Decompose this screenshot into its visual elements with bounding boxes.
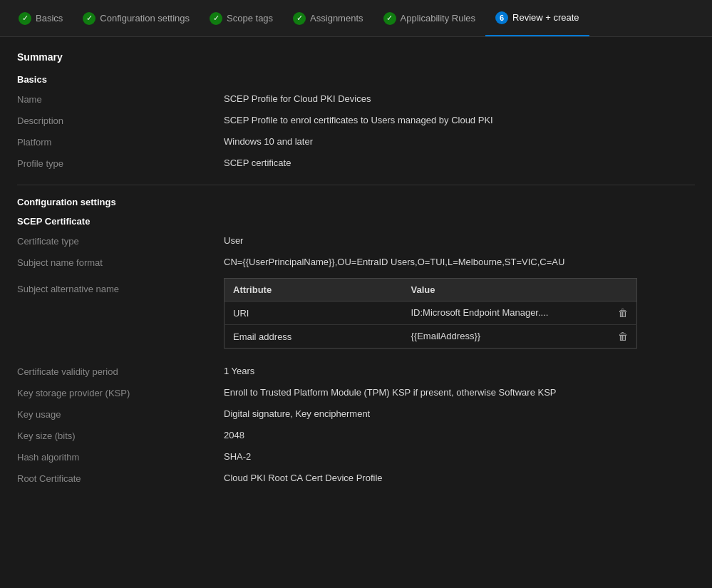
validity-row: Certificate validity period 1 Years xyxy=(17,366,695,381)
cert-type-value: User xyxy=(224,235,695,246)
san-col-value: Value xyxy=(403,279,637,301)
ksp-label: Key storage provider (KSP) xyxy=(17,387,224,398)
san-table-row: Email address {{EmailAddress}} 🗑 xyxy=(225,325,637,349)
name-value: SCEP Profile for Cloud PKI Devices xyxy=(224,93,695,104)
key-size-value: 2048 xyxy=(224,430,695,440)
san-table: Attribute Value URI ID:Microsoft Endpoin… xyxy=(224,278,637,349)
cert-type-label: Certificate type xyxy=(17,235,224,247)
hash-label: Hash algorithm xyxy=(17,451,224,463)
nav-step-review-label: Review + create xyxy=(512,12,579,23)
review-step-num: 6 xyxy=(495,11,508,24)
platform-label: Platform xyxy=(17,136,224,148)
profile-type-value: SCEP certificate xyxy=(224,158,695,168)
ksp-row: Key storage provider (KSP) Enroll to Tru… xyxy=(17,387,695,403)
nav-step-scope-label: Scope tags xyxy=(227,13,273,24)
nav-step-applicability[interactable]: ✓ Applicability Rules xyxy=(373,0,486,36)
san-delete-icon[interactable]: 🗑 xyxy=(618,307,628,319)
hash-value: SHA-2 xyxy=(224,451,695,462)
name-row: Name SCEP Profile for Cloud PKI Devices xyxy=(17,93,695,109)
cert-type-row: Certificate type User xyxy=(17,235,695,251)
wizard-nav: ✓ Basics ✓ Configuration settings ✓ Scop… xyxy=(0,0,712,37)
platform-row: Platform Windows 10 and later xyxy=(17,136,695,152)
bottom-fields: Certificate validity period 1 Years Key … xyxy=(17,366,695,488)
san-delete-icon[interactable]: 🗑 xyxy=(618,331,628,342)
nav-step-review[interactable]: 6 Review + create xyxy=(485,0,589,36)
root-cert-label: Root Certificate xyxy=(17,473,224,484)
hash-row: Hash algorithm SHA-2 xyxy=(17,451,695,467)
validity-label: Certificate validity period xyxy=(17,366,224,377)
nav-step-basics-label: Basics xyxy=(36,13,63,24)
subject-name-value: CN={{UserPrincipalName}},OU=EntraID User… xyxy=(224,257,695,267)
root-cert-row: Root Certificate Cloud PKI Root CA Cert … xyxy=(17,473,695,488)
nav-step-assignments[interactable]: ✓ Assignments xyxy=(283,0,373,36)
san-table-container: Attribute Value URI ID:Microsoft Endpoin… xyxy=(224,278,637,349)
nav-step-configuration-label: Configuration settings xyxy=(100,13,190,24)
validity-value: 1 Years xyxy=(224,366,695,376)
applicability-check-icon: ✓ xyxy=(383,12,396,25)
summary-title: Summary xyxy=(17,51,695,63)
basics-fields: Name SCEP Profile for Cloud PKI Devices … xyxy=(17,93,695,173)
san-value-cell: ID:Microsoft Endpoint Manager.... 🗑 xyxy=(403,301,637,325)
key-usage-label: Key usage xyxy=(17,408,224,420)
san-row: Subject alternative name Attribute Value… xyxy=(17,278,695,349)
description-value: SCEP Profile to enrol certificates to Us… xyxy=(224,115,695,125)
subject-name-label: Subject name format xyxy=(17,257,224,268)
san-table-row: URI ID:Microsoft Endpoint Manager.... 🗑 xyxy=(225,301,637,325)
san-attribute-cell: URI xyxy=(225,301,403,325)
nav-step-scope[interactable]: ✓ Scope tags xyxy=(200,0,283,36)
key-size-row: Key size (bits) 2048 xyxy=(17,430,695,445)
key-usage-value: Digital signature, Key encipherment xyxy=(224,408,695,419)
assignments-check-icon: ✓ xyxy=(293,12,306,25)
san-label: Subject alternative name xyxy=(17,278,224,294)
nav-step-applicability-label: Applicability Rules xyxy=(401,13,476,24)
nav-step-assignments-label: Assignments xyxy=(310,13,363,24)
name-label: Name xyxy=(17,93,224,105)
nav-step-configuration[interactable]: ✓ Configuration settings xyxy=(73,0,200,36)
basics-check-icon: ✓ xyxy=(19,12,31,25)
config-section-title: Configuration settings xyxy=(17,197,695,207)
main-content: Summary Basics Name SCEP Profile for Clo… xyxy=(0,37,712,508)
scep-section-title: SCEP Certificate xyxy=(17,216,695,227)
key-usage-row: Key usage Digital signature, Key enciphe… xyxy=(17,408,695,424)
ksp-value: Enroll to Trusted Platform Module (TPM) … xyxy=(224,387,695,398)
scope-check-icon: ✓ xyxy=(210,12,222,25)
san-value-cell: {{EmailAddress}} 🗑 xyxy=(403,325,637,349)
description-row: Description SCEP Profile to enrol certif… xyxy=(17,115,695,130)
config-section: SCEP Certificate Certificate type User S… xyxy=(17,216,695,488)
subject-name-row: Subject name format CN={{UserPrincipalNa… xyxy=(17,257,695,272)
san-attribute-cell: Email address xyxy=(225,325,403,349)
root-cert-value: Cloud PKI Root CA Cert Device Profile xyxy=(224,473,695,483)
description-label: Description xyxy=(17,115,224,126)
profile-type-row: Profile type SCEP certificate xyxy=(17,158,695,173)
san-col-attribute: Attribute xyxy=(225,279,403,301)
nav-step-basics[interactable]: ✓ Basics xyxy=(9,0,73,36)
key-size-label: Key size (bits) xyxy=(17,430,224,441)
profile-type-label: Profile type xyxy=(17,158,224,169)
platform-value: Windows 10 and later xyxy=(224,136,695,147)
divider-1 xyxy=(17,185,695,185)
basics-section-title: Basics xyxy=(17,74,695,85)
configuration-check-icon: ✓ xyxy=(83,12,96,25)
